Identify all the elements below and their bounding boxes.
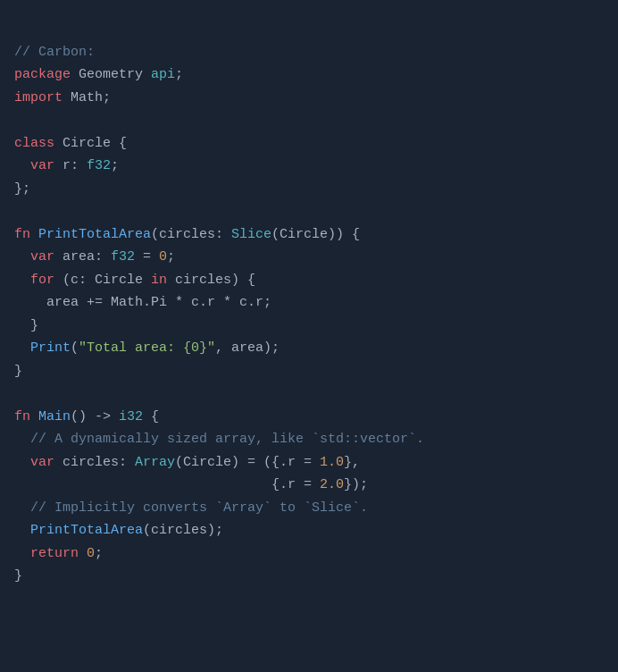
line-11: for (c: Circle in circles) {: [14, 273, 255, 288]
line-14: Print("Total area: {0}", area);: [14, 340, 280, 356]
line-12: area += Math.Pi * c.r * c.r;: [14, 295, 271, 310]
line-17: fn Main() -> i32 {: [14, 409, 159, 424]
line-19: var circles: Array(Circle) = ({.r = 1.0}…: [14, 455, 360, 470]
line-6: var r: f32;: [14, 158, 119, 173]
line-2: package Geometry api;: [14, 67, 183, 82]
line-10: var area: f32 = 0;: [14, 249, 175, 265]
line-21: // Implicitly converts `Array` to `Slice…: [14, 500, 368, 516]
line-5: class Circle {: [14, 136, 127, 151]
line-20: {.r = 2.0});: [14, 477, 368, 492]
code-editor: // Carbon: package Geometry api; import …: [0, 0, 618, 672]
line-1: // Carbon:: [14, 45, 95, 60]
line-15: }: [14, 364, 22, 379]
line-24: }: [14, 568, 22, 584]
line-22: PrintTotalArea(circles);: [14, 523, 223, 538]
line-18: // A dynamically sized array, like `std:…: [14, 432, 424, 447]
line-3: import Math;: [14, 90, 111, 105]
line-23: return 0;: [14, 546, 103, 561]
line-9: fn PrintTotalArea(circles: Slice(Circle)…: [14, 227, 360, 242]
line-7: };: [14, 181, 30, 197]
code-content: // Carbon: package Geometry api; import …: [14, 18, 604, 588]
line-13: }: [14, 318, 38, 333]
